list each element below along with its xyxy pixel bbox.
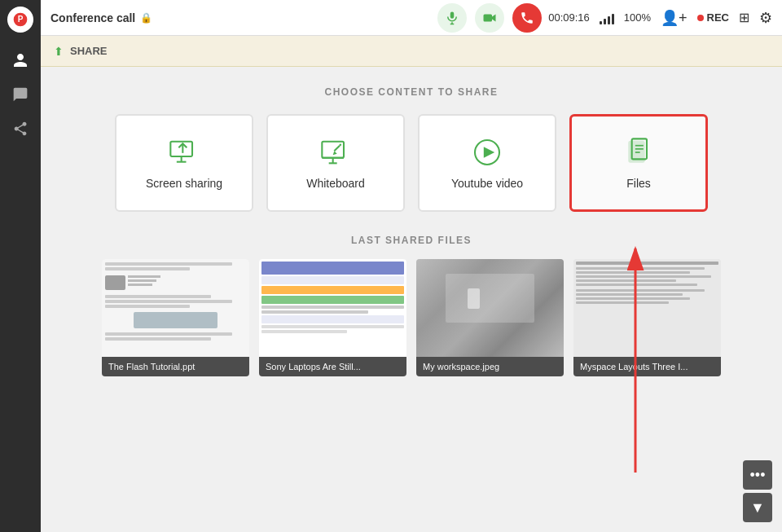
thumb-line bbox=[128, 279, 156, 282]
thumb-line bbox=[105, 262, 232, 266]
thumb-line bbox=[576, 279, 676, 282]
thumb-item bbox=[468, 288, 480, 309]
thumb-line bbox=[576, 297, 690, 300]
youtube-label: Youtube video bbox=[451, 177, 523, 190]
file-thumb-1[interactable]: The Flash Tutorial.ppt bbox=[102, 259, 249, 376]
sidebar-item-profile[interactable] bbox=[6, 46, 35, 75]
file-label-2: Sony Laptops Are Still... bbox=[259, 357, 406, 376]
share-option-files[interactable]: Files bbox=[569, 114, 708, 212]
share-options: Screen sharing Whiteboard bbox=[102, 114, 721, 212]
thumb-line bbox=[576, 289, 705, 292]
thumb-line bbox=[261, 325, 404, 328]
thumb-line bbox=[576, 293, 683, 296]
topbar-controls bbox=[437, 3, 542, 33]
thumb-row bbox=[261, 276, 404, 284]
cam-button[interactable] bbox=[475, 3, 504, 33]
file-visual-2 bbox=[259, 259, 406, 357]
choose-content-title: CHOOSE CONTENT TO SHARE bbox=[325, 86, 499, 98]
thumb-line bbox=[128, 284, 152, 286]
end-call-button[interactable] bbox=[512, 3, 542, 33]
whiteboard-icon bbox=[319, 136, 352, 169]
more-options-button[interactable]: ••• bbox=[743, 460, 772, 490]
call-timer: 00:09:16 bbox=[548, 11, 590, 24]
main-content: Conference call 🔒 bbox=[41, 0, 782, 532]
thumb-header bbox=[261, 262, 404, 275]
file-thumb-4[interactable]: Myspace Layouts Three I... bbox=[573, 259, 721, 376]
signal-percent: 100% bbox=[624, 11, 651, 24]
collapse-button[interactable]: ▼ bbox=[743, 493, 772, 522]
app-logo[interactable]: P bbox=[7, 7, 33, 33]
title-text: Conference call bbox=[51, 11, 135, 24]
share-bar-label: SHARE bbox=[70, 45, 108, 57]
file-thumb-2[interactable]: Sony Laptops Are Still... bbox=[259, 259, 406, 376]
svg-text:P: P bbox=[18, 15, 24, 24]
thumb-overlay bbox=[446, 274, 534, 323]
call-title: Conference call 🔒 bbox=[51, 11, 431, 24]
thumb-line bbox=[576, 262, 718, 265]
youtube-icon bbox=[471, 136, 503, 169]
files-icon bbox=[622, 136, 655, 169]
file-preview-2 bbox=[259, 259, 406, 357]
svg-marker-16 bbox=[484, 147, 494, 157]
thumb-line bbox=[261, 330, 347, 333]
settings-button[interactable]: ⚙ bbox=[759, 9, 772, 27]
add-user-button[interactable]: 👤+ bbox=[661, 9, 688, 27]
thumb-line bbox=[105, 305, 190, 308]
share-option-whiteboard[interactable]: Whiteboard bbox=[266, 114, 405, 212]
thumb-line bbox=[105, 267, 190, 270]
thumb-line bbox=[105, 332, 232, 336]
file-thumb-3[interactable]: My workspace.jpeg bbox=[416, 259, 564, 376]
topbar: Conference call 🔒 bbox=[41, 0, 782, 36]
thumb-box bbox=[105, 275, 125, 290]
svg-point-14 bbox=[340, 144, 342, 147]
screen-sharing-label: Screen sharing bbox=[146, 177, 222, 190]
mic-button[interactable] bbox=[437, 3, 467, 33]
whiteboard-label: Whiteboard bbox=[306, 177, 365, 190]
thumb-line bbox=[261, 310, 368, 314]
files-label: Files bbox=[626, 177, 651, 190]
files-grid: The Flash Tutorial.ppt bbox=[102, 259, 721, 376]
layout-button[interactable]: ⊞ bbox=[739, 10, 749, 25]
sidebar-item-share[interactable] bbox=[6, 114, 35, 143]
rec-badge: REC bbox=[697, 11, 729, 24]
thumb-line bbox=[576, 271, 690, 274]
file-label-3: My workspace.jpeg bbox=[416, 357, 564, 376]
thumb-line bbox=[128, 275, 160, 278]
rec-dot bbox=[697, 15, 704, 21]
share-up-icon: ⬆ bbox=[54, 45, 64, 58]
bottom-right-controls: ••• ▼ bbox=[743, 460, 772, 522]
thumb-row bbox=[261, 315, 404, 323]
file-label-1: The Flash Tutorial.ppt bbox=[102, 357, 249, 376]
svg-line-13 bbox=[334, 146, 340, 152]
last-shared-title: LAST SHARED FILES bbox=[102, 235, 721, 246]
share-option-youtube[interactable]: Youtube video bbox=[418, 114, 556, 212]
thumb-row bbox=[261, 296, 404, 304]
sidebar-item-chat[interactable] bbox=[6, 80, 35, 109]
file-preview-3 bbox=[416, 259, 564, 357]
file-visual-3 bbox=[416, 259, 564, 357]
share-option-screen[interactable]: Screen sharing bbox=[115, 114, 253, 212]
file-preview-1 bbox=[102, 259, 249, 357]
thumb-line bbox=[576, 267, 705, 270]
lock-icon: 🔒 bbox=[140, 12, 152, 24]
topbar-info: 00:09:16 100% 👤+ REC ⊞ ⚙ bbox=[548, 9, 772, 27]
thumb-box bbox=[134, 312, 218, 328]
file-label-4: Myspace Layouts Three I... bbox=[573, 357, 721, 376]
svg-marker-4 bbox=[492, 14, 496, 21]
thumb-line bbox=[105, 337, 211, 341]
thumb-line bbox=[261, 306, 404, 309]
thumb-diagram bbox=[105, 275, 246, 290]
thumb-line bbox=[576, 301, 669, 304]
thumb-line bbox=[576, 284, 697, 286]
file-visual-4 bbox=[573, 259, 721, 357]
svg-rect-2 bbox=[450, 11, 455, 18]
share-bar: ⬆ SHARE bbox=[41, 36, 782, 67]
thumb-row bbox=[261, 286, 404, 294]
content-area: CHOOSE CONTENT TO SHARE Screen sharing bbox=[41, 67, 782, 532]
screen-sharing-icon bbox=[168, 136, 200, 169]
thumb-line bbox=[105, 295, 211, 298]
file-preview-4 bbox=[573, 259, 721, 357]
thumb-lines bbox=[128, 275, 160, 290]
thumb-line bbox=[105, 300, 232, 303]
signal-icon bbox=[600, 11, 614, 24]
